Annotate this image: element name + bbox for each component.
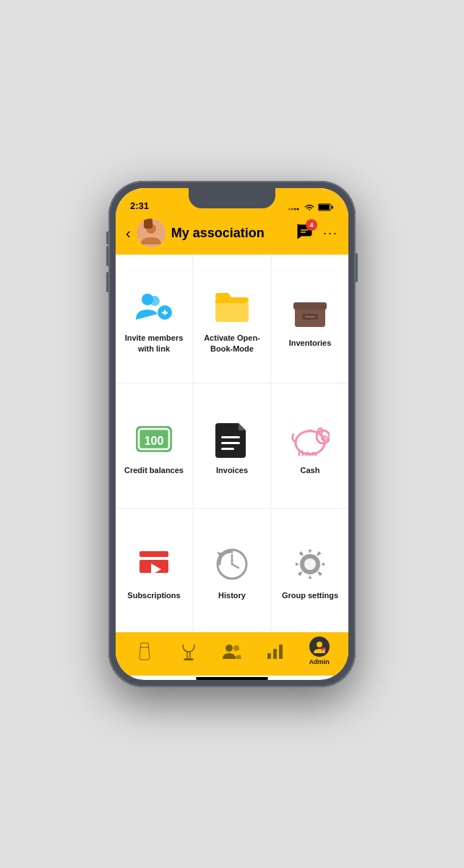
- svg-point-55: [317, 642, 322, 647]
- members-nav-icon: [222, 643, 242, 659]
- credit-balances-item[interactable]: 100 Credit balances: [116, 384, 192, 507]
- svg-rect-24: [221, 436, 240, 438]
- admin-nav-icon: e: [312, 639, 327, 654]
- open-book-label: Activate Open-Book-Mode: [199, 333, 265, 354]
- admin-nav-label: Admin: [309, 658, 330, 665]
- svg-point-51: [233, 645, 239, 651]
- bottom-nav: e Admin: [116, 632, 348, 676]
- svg-rect-49: [184, 659, 193, 660]
- admin-active-circle: e: [309, 637, 330, 657]
- svg-rect-48: [187, 652, 190, 659]
- history-item[interactable]: History: [194, 509, 270, 632]
- svg-rect-16: [164, 310, 166, 315]
- power-btn: [356, 253, 358, 282]
- invoices-item[interactable]: Invoices: [194, 384, 270, 507]
- nav-stats[interactable]: [259, 643, 291, 659]
- stats-nav-icon: [266, 643, 285, 659]
- wifi-icon: [304, 203, 315, 211]
- notifications-button[interactable]: 4: [296, 224, 313, 242]
- svg-point-13: [150, 296, 160, 306]
- credit-icon: 100: [134, 419, 174, 459]
- nav-admin[interactable]: e Admin: [304, 637, 335, 665]
- invoices-label: Invoices: [216, 465, 248, 475]
- status-icons: [288, 203, 334, 211]
- invite-icon: [134, 286, 174, 327]
- subscriptions-item[interactable]: Subscriptions: [116, 509, 192, 632]
- svg-point-1: [291, 208, 293, 210]
- group-settings-item[interactable]: Group settings: [272, 509, 348, 632]
- piggy-icon: [290, 419, 330, 459]
- status-time: 2:31: [130, 200, 149, 211]
- avatar: [137, 218, 166, 247]
- svg-line-44: [232, 564, 239, 568]
- svg-point-31: [325, 438, 326, 439]
- phone-frame: 2:31: [108, 181, 356, 687]
- signal-icon: [288, 203, 301, 210]
- group-settings-label: Group settings: [282, 590, 338, 600]
- battery-icon: [318, 203, 334, 211]
- history-icon: [212, 544, 252, 584]
- archive-icon: [290, 292, 330, 332]
- svg-rect-38: [139, 551, 168, 557]
- svg-rect-53: [273, 649, 277, 659]
- back-button[interactable]: ‹: [126, 225, 131, 242]
- cash-label: Cash: [301, 465, 320, 475]
- svg-point-3: [297, 208, 299, 210]
- volume-up-btn: [106, 246, 108, 266]
- activate-open-book-item[interactable]: Activate Open-Book-Mode: [194, 255, 270, 383]
- svg-rect-9: [144, 218, 152, 229]
- invite-members-item[interactable]: Invite members with link: [116, 255, 192, 383]
- notification-badge: 4: [306, 219, 317, 231]
- nav-members[interactable]: [216, 643, 248, 659]
- phone-screen: 2:31: [116, 188, 348, 680]
- settings-icon: [290, 544, 330, 584]
- svg-text:e: e: [322, 648, 325, 652]
- cash-item[interactable]: Cash: [272, 384, 348, 507]
- folder-icon: [212, 286, 252, 327]
- svg-rect-25: [221, 442, 240, 444]
- notch: [189, 188, 275, 208]
- svg-rect-20: [305, 316, 315, 318]
- app-header: ‹ My association 4: [116, 214, 348, 255]
- svg-point-2: [294, 208, 296, 210]
- svg-rect-26: [221, 448, 234, 450]
- header-title: My association: [171, 226, 290, 241]
- nav-food[interactable]: [173, 642, 205, 660]
- svg-point-30: [323, 438, 325, 439]
- silent-btn: [106, 231, 108, 244]
- more-options-button[interactable]: ···: [323, 226, 338, 241]
- invite-members-label: Invite members with link: [121, 333, 186, 354]
- svg-rect-52: [267, 653, 271, 659]
- svg-rect-34: [299, 451, 303, 456]
- subscriptions-label: Subscriptions: [127, 590, 180, 600]
- svg-point-50: [225, 644, 233, 652]
- svg-rect-5: [319, 205, 330, 210]
- inventories-label: Inventories: [289, 338, 332, 348]
- credit-balances-label: Credit balances: [124, 465, 184, 475]
- svg-rect-37: [307, 430, 313, 432]
- svg-text:100: 100: [145, 435, 164, 447]
- drink-nav-icon: [137, 642, 152, 660]
- invoice-icon: [212, 419, 252, 459]
- history-label: History: [218, 590, 246, 600]
- svg-rect-54: [279, 644, 283, 659]
- volume-down-btn: [106, 272, 108, 292]
- food-nav-icon: [180, 642, 197, 660]
- svg-point-46: [304, 558, 316, 570]
- svg-rect-6: [332, 205, 333, 208]
- svg-rect-18: [293, 302, 327, 310]
- menu-grid: Invite members with link Activate Open-B…: [116, 255, 348, 632]
- inventories-item[interactable]: Inventories: [272, 255, 348, 383]
- svg-point-0: [288, 208, 291, 210]
- subscription-icon: [134, 544, 174, 584]
- nav-drinks[interactable]: [129, 642, 160, 660]
- header-actions: 4 ···: [296, 224, 338, 242]
- home-indicator: [196, 677, 268, 680]
